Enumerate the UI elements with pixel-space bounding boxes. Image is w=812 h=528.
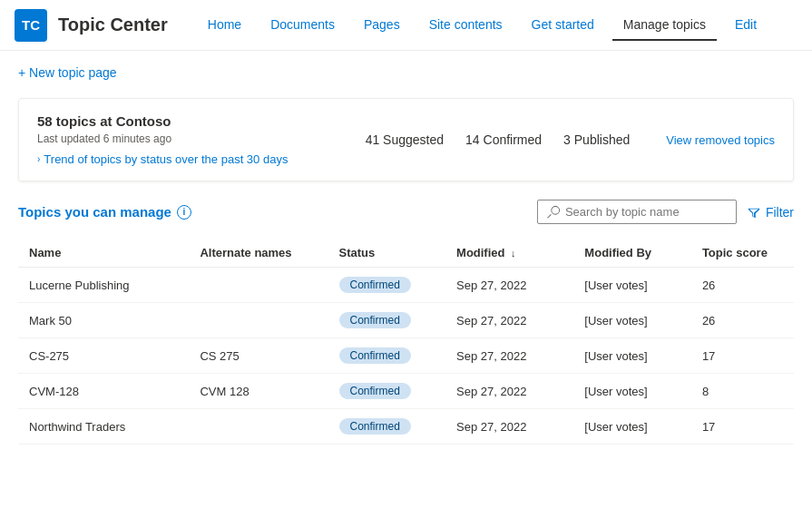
site-title: Topic Center — [58, 15, 168, 35]
cell-alt-names — [189, 268, 328, 303]
cell-topic-score: 8 — [691, 374, 794, 409]
filter-button[interactable]: Filter — [748, 205, 794, 220]
cell-topic-score: 17 — [691, 409, 794, 445]
topics-actions: Filter — [537, 200, 794, 224]
cell-alt-names — [189, 409, 328, 445]
table-row: CS-275CS 275ConfirmedSep 27, 2022[User v… — [18, 338, 794, 374]
cell-modified-by: [User votes] — [573, 303, 691, 338]
sort-arrow-icon: ↓ — [511, 248, 516, 259]
header: TC Topic Center HomeDocumentsPagesSite c… — [0, 0, 812, 51]
nav-item-site-contents[interactable]: Site contents — [418, 10, 514, 41]
cell-topic-score: 26 — [691, 303, 794, 338]
cell-modified-by: [User votes] — [573, 409, 691, 445]
topics-header: Topics you can manage i Filter — [18, 200, 794, 224]
confirmed-count: 14 Confirmed — [465, 132, 542, 147]
view-removed-link[interactable]: View removed topics — [666, 133, 775, 147]
stats-card: 58 topics at Contoso Last updated 6 minu… — [18, 98, 794, 181]
cell-status: Confirmed — [328, 303, 446, 338]
cell-name: CS-275 — [18, 338, 189, 374]
status-badge: Confirmed — [339, 418, 411, 435]
cell-modified-by: [User votes] — [573, 338, 691, 374]
cell-name: Lucerne Publishing — [18, 268, 189, 303]
cell-status: Confirmed — [328, 338, 446, 374]
stats-updated: Last updated 6 minutes ago — [37, 132, 329, 145]
stats-counts: 41 Suggested 14 Confirmed 3 Published — [366, 132, 631, 147]
nav-item-get-started[interactable]: Get started — [521, 10, 605, 41]
table-row: CVM-128CVM 128ConfirmedSep 27, 2022[User… — [18, 374, 794, 409]
stats-title: 58 topics at Contoso — [37, 113, 329, 129]
nav-item-edit[interactable]: Edit — [724, 10, 768, 41]
search-icon — [547, 206, 560, 219]
filter-label: Filter — [766, 205, 794, 220]
status-badge: Confirmed — [339, 383, 411, 399]
nav-item-home[interactable]: Home — [197, 10, 252, 41]
search-input[interactable] — [565, 205, 727, 219]
filter-icon — [748, 206, 760, 219]
nav-item-pages[interactable]: Pages — [353, 10, 411, 41]
topics-table: Name Alternate names Status Modified ↓ M… — [18, 239, 794, 445]
new-topic-button[interactable]: + New topic page — [18, 62, 117, 83]
info-icon[interactable]: i — [177, 205, 191, 220]
cell-modified-by: [User votes] — [573, 268, 691, 303]
cell-modified: Sep 27, 2022 — [445, 268, 573, 303]
published-count: 3 Published — [563, 132, 630, 147]
cell-topic-score: 17 — [691, 338, 794, 374]
table-row: Lucerne PublishingConfirmedSep 27, 2022[… — [18, 268, 794, 303]
suggested-count: 41 Suggested — [366, 132, 444, 147]
cell-modified: Sep 27, 2022 — [445, 409, 573, 445]
stats-trend-link[interactable]: › Trend of topics by status over the pas… — [37, 152, 329, 166]
cell-name: Northwind Traders — [18, 409, 189, 445]
main-nav: HomeDocumentsPagesSite contentsGet start… — [197, 10, 768, 41]
col-header-topic-score: Topic score — [691, 239, 794, 268]
topics-label-text: Topics you can manage — [18, 204, 171, 220]
col-header-modified[interactable]: Modified ↓ — [445, 239, 573, 268]
col-header-status: Status — [328, 239, 446, 268]
status-badge: Confirmed — [339, 347, 411, 364]
cell-status: Confirmed — [328, 409, 446, 445]
stats-left: 58 topics at Contoso Last updated 6 minu… — [37, 113, 329, 166]
cell-status: Confirmed — [328, 374, 446, 409]
cell-modified: Sep 27, 2022 — [445, 338, 573, 374]
status-badge: Confirmed — [339, 277, 411, 293]
cell-modified: Sep 27, 2022 — [445, 303, 573, 338]
search-box[interactable] — [537, 200, 737, 224]
cell-status: Confirmed — [328, 268, 446, 303]
table-row: Northwind TradersConfirmedSep 27, 2022[U… — [18, 409, 794, 445]
chevron-right-icon: › — [37, 154, 40, 164]
nav-item-manage-topics[interactable]: Manage topics — [612, 10, 717, 41]
col-header-name: Name — [18, 239, 189, 268]
cell-alt-names — [189, 303, 328, 338]
table-body: Lucerne PublishingConfirmedSep 27, 2022[… — [18, 268, 794, 445]
cell-topic-score: 26 — [691, 268, 794, 303]
table-header: Name Alternate names Status Modified ↓ M… — [18, 239, 794, 268]
cell-alt-names: CVM 128 — [189, 374, 328, 409]
cell-name: CVM-128 — [18, 374, 189, 409]
stats-trend-label: Trend of topics by status over the past … — [44, 152, 288, 166]
topics-label: Topics you can manage i — [18, 204, 191, 220]
table-header-row: Name Alternate names Status Modified ↓ M… — [18, 239, 794, 268]
col-header-modified-by: Modified By — [573, 239, 691, 268]
col-header-alt-names: Alternate names — [189, 239, 328, 268]
main-content: + New topic page 58 topics at Contoso La… — [0, 51, 812, 455]
site-logo: TC — [15, 9, 47, 42]
cell-modified-by: [User votes] — [573, 374, 691, 409]
cell-alt-names: CS 275 — [189, 338, 328, 374]
status-badge: Confirmed — [339, 312, 411, 328]
cell-name: Mark 50 — [18, 303, 189, 338]
table-row: Mark 50ConfirmedSep 27, 2022[User votes]… — [18, 303, 794, 338]
nav-item-documents[interactable]: Documents — [259, 10, 346, 41]
cell-modified: Sep 27, 2022 — [445, 374, 573, 409]
